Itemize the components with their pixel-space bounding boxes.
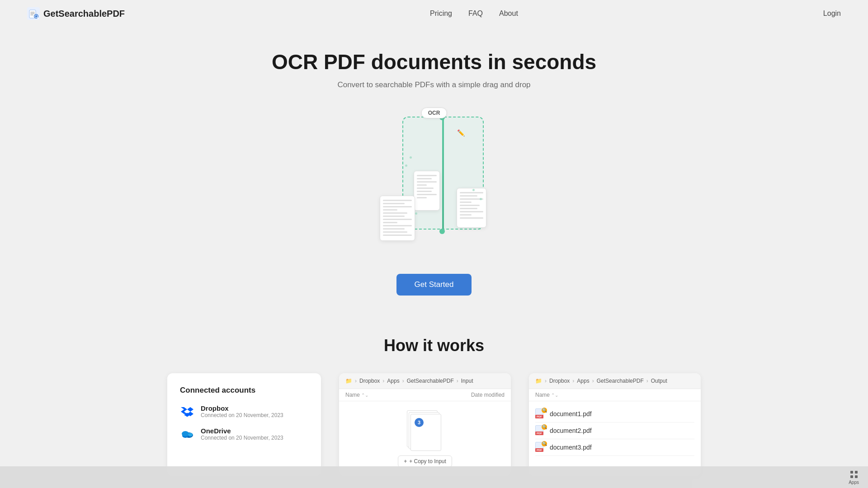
dropbox-account-item: Dropbox Connected on 20 November, 2023 [180, 404, 308, 418]
path-input: Input [461, 378, 473, 384]
file-page-3: 3 [410, 414, 441, 451]
svg-rect-15 [855, 475, 858, 478]
input-folder-card: 📁 › Dropbox › Apps › GetSearchablePDF › … [339, 373, 511, 476]
connected-accounts-card: Connected accounts Dropbox Connected on … [167, 373, 321, 476]
svg-rect-14 [850, 475, 853, 478]
taskbar-apps[interactable]: Apps [849, 470, 859, 485]
onedrive-account-item: OneDrive Connected on 20 November, 2023 [180, 427, 308, 441]
output-files-list: PDF 🔍 document1.pdf PDF 🔍 document2.pdf [529, 401, 701, 460]
connected-accounts-title: Connected accounts [180, 386, 308, 395]
output-filename-3: document3.pdf [550, 444, 592, 451]
svg-point-10 [182, 431, 189, 436]
copy-icon: + [404, 458, 407, 465]
doc-card-right [457, 188, 486, 228]
output-col-name: Name ⌃⌄ [535, 392, 558, 398]
scatter-dot-1 [410, 156, 412, 159]
onedrive-connected: Connected on 20 November, 2023 [201, 435, 283, 441]
path-dropbox: Dropbox [359, 378, 380, 384]
taskbar-apps-label: Apps [849, 480, 859, 485]
process-dot-bottom [439, 229, 445, 234]
scatter-dot-5 [415, 212, 417, 215]
how-it-works-title: How it works [36, 336, 832, 355]
output-path-output: Output [651, 378, 667, 384]
input-folder-path: 📁 › Dropbox › Apps › GetSearchablePDF › … [339, 373, 511, 389]
pdf-icon-1: PDF 🔍 [535, 408, 545, 419]
file-stack: 3 [407, 410, 443, 451]
file-preview-area: 3 + + Copy to Input [339, 401, 511, 476]
how-cards-container: Connected accounts Dropbox Connected on … [36, 373, 832, 476]
output-path-dropbox: Dropbox [549, 378, 570, 384]
pdf-icon-2: PDF 🔍 [535, 425, 545, 436]
main-nav: Pricing FAQ About [430, 9, 518, 18]
scatter-dot-4 [480, 198, 482, 200]
folder-icon: 📁 [345, 378, 352, 384]
dropbox-icon [180, 404, 194, 418]
output-folder-path: 📁 › Dropbox › Apps › GetSearchablePDF › … [529, 373, 701, 389]
logo-icon [27, 7, 40, 20]
get-started-button[interactable]: Get Started [396, 274, 472, 296]
svg-point-11 [188, 433, 193, 436]
col-name: Name ⌃⌄ [345, 392, 368, 398]
output-path-gspdf: GetSearchablePDF [597, 378, 644, 384]
input-table-header: Name ⌃⌄ Date modified [339, 389, 511, 401]
nav-pricing[interactable]: Pricing [430, 9, 452, 18]
logo[interactable]: GetSearchablePDF [27, 7, 125, 20]
path-apps: Apps [387, 378, 399, 384]
output-file-3: PDF 🔍 document3.pdf [535, 439, 694, 456]
svg-rect-13 [855, 471, 858, 474]
hero-section: OCR PDF documents in seconds Convert to … [0, 27, 868, 309]
output-file-2: PDF 🔍 document2.pdf [535, 422, 694, 439]
svg-rect-12 [850, 471, 853, 474]
output-filename-2: document2.pdf [550, 427, 592, 434]
nav-faq[interactable]: FAQ [468, 9, 483, 18]
output-folder-icon: 📁 [535, 378, 542, 384]
path-gspdf: GetSearchablePDF [407, 378, 454, 384]
dropbox-connected: Connected on 20 November, 2023 [201, 412, 283, 418]
scatter-dot-3 [472, 189, 475, 191]
output-path-apps: Apps [577, 378, 589, 384]
dropbox-name: Dropbox [201, 404, 283, 412]
hero-title: OCR PDF documents in seconds [9, 50, 859, 74]
onedrive-account-info: OneDrive Connected on 20 November, 2023 [201, 427, 283, 441]
nav-about[interactable]: About [499, 9, 518, 18]
dropbox-account-info: Dropbox Connected on 20 November, 2023 [201, 404, 283, 418]
process-line [442, 117, 444, 230]
output-filename-1: document1.pdf [550, 410, 592, 418]
how-it-works-section: How it works Connected accounts Dropbox … [0, 309, 868, 488]
pencil-icon: ✏️ [457, 129, 465, 136]
onedrive-icon [180, 427, 194, 441]
pdf-icon-3: PDF 🔍 [535, 442, 545, 453]
doc-card-center [414, 171, 440, 211]
col-date: Date modified [471, 392, 505, 398]
scatter-dot-2 [405, 164, 407, 167]
output-folder-card: 📁 › Dropbox › Apps › GetSearchablePDF › … [529, 373, 701, 476]
file-number-badge: 3 [415, 418, 424, 427]
hero-subtitle: Convert to searchable PDFs with a simple… [9, 80, 859, 89]
output-file-1: PDF 🔍 document1.pdf [535, 406, 694, 422]
ocr-badge: OCR [421, 108, 447, 118]
logo-text: GetSearchablePDF [43, 9, 125, 19]
output-table-header: Name ⌃⌄ [529, 389, 701, 401]
login-button[interactable]: Login [823, 9, 841, 18]
copy-to-input-button[interactable]: + + Copy to Input [398, 455, 452, 467]
hero-illustration: OCR [366, 108, 502, 248]
doc-card-left [380, 196, 415, 241]
taskbar: Apps [0, 466, 868, 488]
onedrive-name: OneDrive [201, 427, 283, 435]
